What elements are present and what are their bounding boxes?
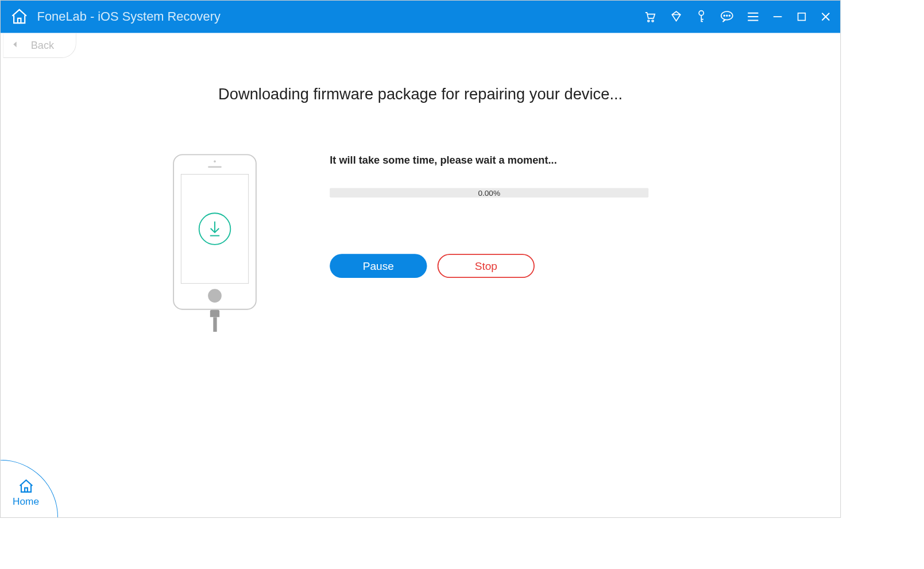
svg-point-5 bbox=[724, 15, 725, 16]
download-icon bbox=[199, 212, 231, 245]
phone-home-button bbox=[208, 289, 222, 303]
diamond-icon[interactable] bbox=[670, 10, 683, 23]
progress-bar: 0.00% bbox=[330, 188, 648, 198]
svg-point-3 bbox=[699, 11, 703, 16]
wait-text: It will take some time, please wait a mo… bbox=[330, 154, 648, 166]
button-row: Pause Stop bbox=[330, 254, 648, 278]
titlebar-controls bbox=[644, 10, 831, 24]
back-area: Back bbox=[1, 33, 840, 60]
minimize-icon[interactable] bbox=[772, 11, 783, 22]
pause-button[interactable]: Pause bbox=[330, 254, 427, 278]
close-icon[interactable] bbox=[821, 11, 831, 22]
phone-cable bbox=[210, 310, 219, 332]
svg-rect-0 bbox=[18, 18, 21, 23]
home-icon[interactable] bbox=[10, 7, 29, 26]
svg-rect-12 bbox=[798, 13, 806, 21]
titlebar: FoneLab - iOS System Recovery bbox=[1, 1, 840, 33]
cart-icon[interactable] bbox=[644, 10, 656, 23]
maximize-icon[interactable] bbox=[797, 11, 807, 22]
home-button[interactable]: Home bbox=[1, 460, 58, 517]
phone-camera bbox=[214, 160, 216, 162]
back-label: Back bbox=[31, 39, 54, 51]
svg-point-1 bbox=[648, 20, 649, 22]
back-arrow-icon bbox=[11, 40, 20, 51]
titlebar-left: FoneLab - iOS System Recovery bbox=[10, 7, 221, 26]
menu-icon[interactable] bbox=[747, 12, 759, 21]
phone-illustration bbox=[173, 154, 257, 331]
app-title: FoneLab - iOS System Recovery bbox=[37, 9, 221, 24]
svg-point-7 bbox=[729, 15, 730, 16]
progress-text: 0.00% bbox=[478, 188, 500, 197]
stop-button[interactable]: Stop bbox=[438, 254, 535, 278]
phone-speaker bbox=[208, 166, 222, 168]
home-icon bbox=[17, 478, 34, 494]
page-heading: Downloading firmware package for repairi… bbox=[218, 85, 623, 103]
phone-body bbox=[173, 154, 257, 309]
content-row: It will take some time, please wait a mo… bbox=[1, 154, 840, 331]
download-status-column: It will take some time, please wait a mo… bbox=[330, 154, 648, 278]
back-button[interactable]: Back bbox=[3, 33, 76, 58]
svg-point-6 bbox=[726, 15, 728, 16]
main-content: Downloading firmware package for repairi… bbox=[1, 60, 840, 332]
home-label: Home bbox=[13, 496, 39, 507]
svg-point-2 bbox=[652, 20, 654, 22]
key-icon[interactable] bbox=[696, 10, 706, 24]
chat-icon[interactable] bbox=[720, 10, 734, 23]
svg-rect-17 bbox=[25, 487, 28, 491]
phone-screen bbox=[181, 174, 249, 284]
